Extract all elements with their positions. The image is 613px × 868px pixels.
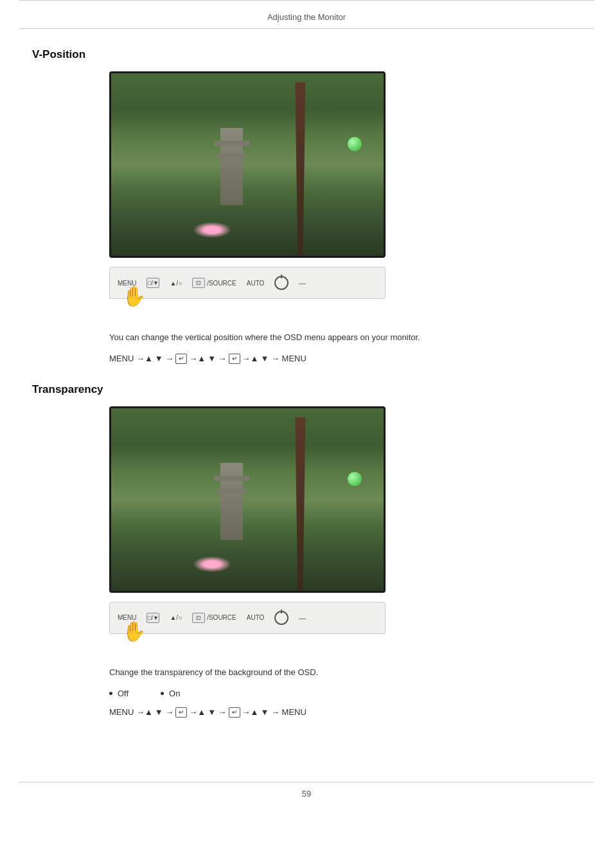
v-position-monitor-image: SAMSUNG — [109, 71, 581, 258]
tree-trunk-1 — [274, 82, 326, 258]
main-content: V-Position SAMSUNG MENU □/▼ — [0, 29, 613, 769]
green-ball-1 — [348, 137, 362, 151]
control-bar-2: MENU □/▼ ▲/○ ⊡ /SOURCE AUTO — — [109, 602, 386, 634]
header-title: Adjusting the Monitor — [267, 12, 346, 22]
up-circle-label-1: ▲/○ — [170, 280, 182, 287]
source-icon-1: ⊡ — [192, 278, 205, 288]
mp2-enter1: ↵ — [175, 707, 187, 718]
page-number: 59 — [0, 782, 613, 805]
monitor-screen-2: SAMSUNG — [109, 406, 386, 593]
auto-btn-1: AUTO — [247, 280, 265, 287]
spacer-1 — [32, 305, 581, 331]
dash-2: — — [299, 614, 306, 622]
hand-gesture-2: 🤚 — [122, 620, 146, 642]
mp1-enter2: ↵ — [229, 354, 240, 364]
spacer-2 — [32, 640, 581, 666]
box-down-icon-2: □/▼ — [147, 613, 159, 623]
mp2-up: →▲ — [189, 707, 206, 717]
transparency-options: Off On — [109, 689, 581, 698]
monitor-brand-1: SAMSUNG — [111, 256, 384, 258]
trees-2 — [111, 408, 384, 591]
monitor-scene-1 — [111, 73, 384, 256]
green-ball-2 — [348, 472, 362, 486]
source-btn-1: ⊡ /SOURCE — [192, 278, 236, 288]
option-off-label: Off — [118, 689, 129, 698]
mp1-down3: ▼ → MENU — [260, 354, 306, 363]
mp1-down2: ▼ → — [208, 354, 226, 363]
flowers-1 — [193, 222, 231, 238]
monitor-brand-2: SAMSUNG — [111, 591, 384, 593]
monitor-scene-2 — [111, 408, 384, 591]
pagoda-1 — [220, 128, 243, 205]
up-circle-btn-2: ▲/○ — [170, 614, 182, 621]
box-down-btn-2: □/▼ — [147, 613, 159, 623]
option-on-label: On — [169, 689, 180, 698]
box-down-btn-1: □/▼ — [147, 278, 159, 288]
mp1-down: ▼ → — [155, 354, 173, 363]
mp1-up2: →▲ — [242, 354, 259, 363]
source-label-1: /SOURCE — [207, 280, 236, 287]
transparency-ctrl-section: MENU □/▼ ▲/○ ⊡ /SOURCE AUTO — 🤚 — [109, 602, 581, 634]
source-btn-2: ⊡ /SOURCE — [192, 613, 236, 623]
auto-btn-2: AUTO — [247, 614, 265, 621]
transparency-title: Transparency — [32, 383, 581, 396]
mp1-enter1: ↵ — [175, 354, 187, 364]
mp1-up: →▲ — [189, 354, 206, 363]
source-label-2: /SOURCE — [207, 614, 236, 621]
monitor-screen-1: SAMSUNG — [109, 71, 386, 258]
mp2-up2: →▲ — [242, 707, 259, 717]
mp2-enter2: ↵ — [229, 707, 240, 718]
power-btn-1 — [274, 276, 289, 290]
tree-trunk-2 — [274, 417, 326, 593]
mp1-menu: MENU →▲ — [109, 354, 153, 363]
mp2-down2: ▼ → — [208, 707, 226, 717]
box-down-icon-1: □/▼ — [147, 278, 159, 288]
up-circle-label-2: ▲/○ — [170, 614, 182, 621]
hand-gesture-1: 🤚 — [122, 285, 146, 307]
pagoda-2 — [220, 463, 243, 540]
option-on: On — [161, 689, 180, 698]
bullet-dot-off — [109, 692, 112, 695]
auto-label-2: AUTO — [247, 614, 265, 621]
transparency-menu-path: MENU →▲ ▼ → ↵ →▲ ▼ → ↵ →▲ ▼ → MENU — [109, 707, 581, 718]
v-position-title: V-Position — [32, 48, 581, 61]
power-btn-2 — [274, 611, 289, 625]
dash-1: — — [299, 279, 306, 287]
transparency-monitor-image: SAMSUNG — [109, 406, 581, 593]
trees-1 — [111, 73, 384, 256]
bullet-dot-on — [161, 692, 164, 695]
flowers-2 — [193, 556, 231, 572]
transparency-description: Change the transparency of the backgroun… — [109, 666, 581, 680]
mp2-menu: MENU →▲ — [109, 707, 153, 717]
up-circle-btn-1: ▲/○ — [170, 280, 182, 287]
mp2-down3: ▼ → MENU — [260, 707, 306, 717]
v-position-ctrl-section: MENU □/▼ ▲/○ ⊡ /SOURCE AUTO — 🤚 — [109, 267, 581, 299]
auto-label-1: AUTO — [247, 280, 265, 287]
control-bar-1: MENU □/▼ ▲/○ ⊡ /SOURCE AUTO — — [109, 267, 386, 299]
page-header: Adjusting the Monitor — [19, 1, 594, 29]
v-position-description: You can change the vertical position whe… — [109, 331, 581, 345]
source-icon-2: ⊡ — [192, 613, 205, 623]
option-off: Off — [109, 689, 129, 698]
v-position-menu-path: MENU →▲ ▼ → ↵ →▲ ▼ → ↵ →▲ ▼ → MENU — [109, 354, 581, 364]
mp2-down: ▼ → — [155, 707, 173, 717]
